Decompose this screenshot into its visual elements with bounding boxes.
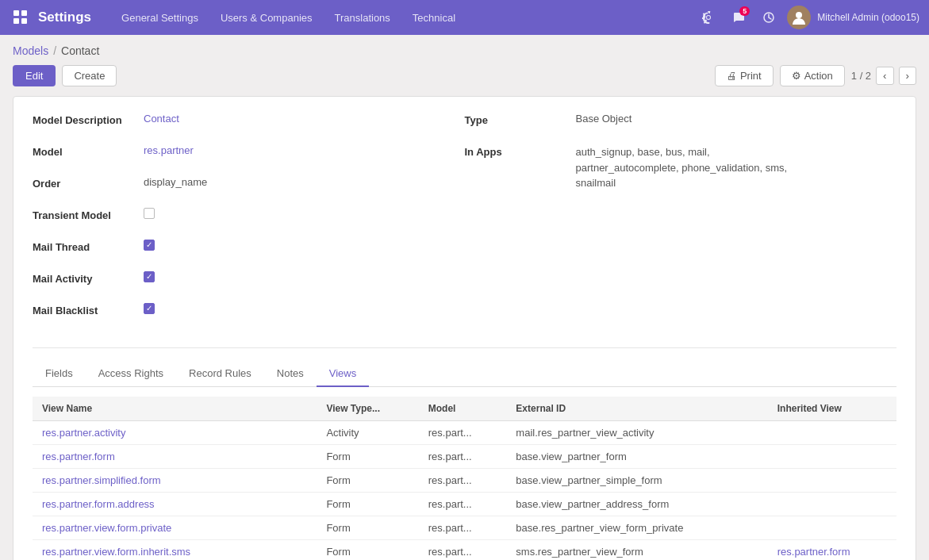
field-mail-thread: Mail Thread — [33, 240, 452, 262]
field-model-description: Model Description Contact — [33, 113, 452, 135]
field-order: Order display_name — [33, 176, 452, 198]
table-cell-4 — [768, 493, 896, 516]
table-cell-4 — [768, 516, 896, 540]
table-cell-0[interactable]: res.partner.view.form.inherit.sms — [33, 540, 317, 561]
app-title: Settings — [38, 10, 91, 25]
col-inherited-view: Inherited View — [768, 397, 896, 421]
table-cell-0[interactable]: res.partner.view.form.private — [33, 516, 317, 540]
views-table: View Name View Type... Model External ID… — [33, 397, 896, 560]
pager-next[interactable]: › — [899, 67, 916, 85]
field-in-apps: In Apps auth_signup, base, bus, mail, pa… — [465, 144, 885, 191]
nav-technical[interactable]: Technical — [401, 0, 466, 35]
tab-views[interactable]: Views — [317, 361, 369, 387]
table-cell-1: Form — [317, 445, 418, 469]
nav-translations[interactable]: Translations — [324, 0, 401, 35]
clock-icon[interactable] — [757, 6, 781, 29]
table-cell-0[interactable]: res.partner.form — [33, 445, 317, 469]
table-row: res.partner.simplified.formFormres.part.… — [33, 469, 896, 493]
table-cell-2: res.part... — [419, 516, 507, 540]
label-model: Model — [33, 144, 144, 158]
value-in-apps: auth_signup, base, bus, mail, partner_au… — [576, 144, 814, 191]
user-label[interactable]: Mitchell Admin (odoo15) — [817, 12, 919, 23]
nav-users-companies[interactable]: Users & Companies — [209, 0, 324, 35]
table-cell-3: base.view_partner_form — [506, 445, 767, 469]
messages-icon[interactable]: 5 — [727, 6, 750, 29]
table-cell-4[interactable]: res.partner.form — [768, 540, 896, 561]
table-cell-2: res.part... — [419, 421, 507, 445]
table-cell-2: res.part... — [419, 445, 507, 469]
col-model: Model — [419, 397, 507, 421]
toolbar: Edit Create 🖨 Print ⚙ Action 1 / 2 ‹ › — [13, 65, 916, 86]
table-row: res.partner.view.form.privateFormres.par… — [33, 516, 896, 540]
table-cell-0[interactable]: res.partner.activity — [33, 421, 317, 445]
value-model[interactable]: res.partner — [144, 144, 194, 156]
table-cell-1: Activity — [317, 421, 418, 445]
avatar[interactable] — [787, 6, 811, 29]
label-mail-blacklist: Mail Blacklist — [33, 303, 144, 316]
print-icon: 🖨 — [727, 70, 737, 82]
checkbox-mail-blacklist[interactable] — [144, 303, 155, 314]
tabs: Fields Access Rights Record Rules Notes … — [33, 361, 896, 387]
label-mail-activity: Mail Activity — [33, 271, 144, 285]
tab-fields[interactable]: Fields — [33, 361, 86, 387]
pager-prev[interactable]: ‹ — [876, 67, 893, 85]
create-button[interactable]: Create — [62, 65, 117, 86]
main-content: Models / Contact Edit Create 🖨 Print ⚙ A… — [0, 35, 929, 560]
label-order: Order — [33, 176, 144, 190]
record-card: Model Description Contact Model res.part… — [13, 96, 916, 560]
action-button[interactable]: ⚙ Action — [780, 65, 845, 86]
col-external-id: External ID — [506, 397, 767, 421]
table-cell-3: sms.res_partner_view_form — [506, 540, 767, 561]
table-cell-3: base.res_partner_view_form_private — [506, 516, 767, 540]
print-button[interactable]: 🖨 Print — [715, 65, 773, 86]
label-model-description: Model Description — [33, 113, 144, 126]
app-grid-icon[interactable] — [10, 6, 32, 29]
value-type: Base Object — [576, 113, 632, 125]
table-cell-4 — [768, 421, 896, 445]
checkbox-mail-thread[interactable] — [144, 240, 155, 251]
pager: 1 / 2 ‹ › — [851, 67, 916, 85]
table-cell-2: res.part... — [419, 540, 507, 561]
table-row: res.partner.view.form.inherit.smsFormres… — [33, 540, 896, 561]
tab-access-rights[interactable]: Access Rights — [86, 361, 176, 387]
col-view-type: View Type... — [317, 397, 418, 421]
svg-rect-3 — [21, 18, 27, 24]
nav-general-settings[interactable]: General Settings — [110, 0, 209, 35]
form-left: Model Description Contact Model res.part… — [33, 113, 465, 335]
settings-icon[interactable] — [697, 6, 720, 29]
pager-text: 1 / 2 — [851, 70, 871, 82]
svg-rect-2 — [13, 18, 19, 24]
breadcrumb-parent[interactable]: Models — [13, 44, 48, 57]
label-in-apps: In Apps — [465, 144, 576, 158]
edit-button[interactable]: Edit — [13, 65, 56, 86]
svg-rect-1 — [21, 10, 27, 16]
table-cell-2: res.part... — [419, 493, 507, 516]
label-mail-thread: Mail Thread — [33, 240, 144, 253]
table-cell-4 — [768, 445, 896, 469]
value-model-description[interactable]: Contact — [144, 113, 179, 125]
checkbox-mail-activity[interactable] — [144, 271, 155, 282]
action-gear-icon: ⚙ — [792, 70, 801, 82]
table-cell-3: base.view_partner_simple_form — [506, 469, 767, 493]
table-row: res.partner.form.addressFormres.part...b… — [33, 493, 896, 516]
form-fields: Model Description Contact Model res.part… — [33, 113, 896, 335]
table-cell-0[interactable]: res.partner.simplified.form — [33, 469, 317, 493]
table-row: res.partner.formFormres.part...base.view… — [33, 445, 896, 469]
message-badge: 5 — [739, 6, 750, 16]
label-type: Type — [465, 113, 576, 126]
field-transient-model: Transient Model — [33, 208, 452, 230]
table-cell-2: res.part... — [419, 469, 507, 493]
tab-notes[interactable]: Notes — [264, 361, 317, 387]
table-cell-1: Form — [317, 540, 418, 561]
table-cell-0[interactable]: res.partner.form.address — [33, 493, 317, 516]
views-data-table: View Name View Type... Model External ID… — [33, 397, 896, 560]
breadcrumb-separator: / — [53, 44, 56, 57]
field-type: Type Base Object — [465, 113, 885, 135]
svg-point-5 — [796, 12, 802, 18]
table-cell-4 — [768, 469, 896, 493]
field-mail-activity: Mail Activity — [33, 271, 452, 293]
checkbox-transient-model[interactable] — [144, 208, 155, 219]
breadcrumb: Models / Contact — [13, 44, 916, 57]
tab-record-rules[interactable]: Record Rules — [176, 361, 264, 387]
value-order: display_name — [144, 176, 207, 188]
